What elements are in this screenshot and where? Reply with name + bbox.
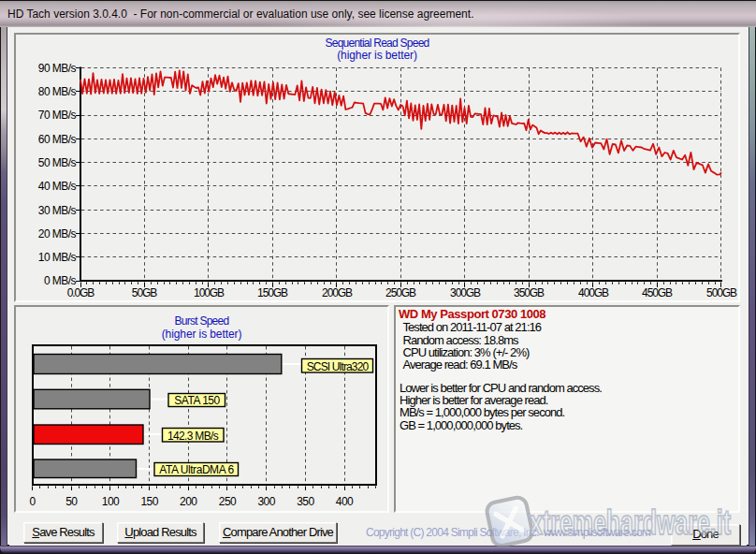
svg-text:xtremehardware.it: xtremehardware.it (530, 503, 731, 542)
